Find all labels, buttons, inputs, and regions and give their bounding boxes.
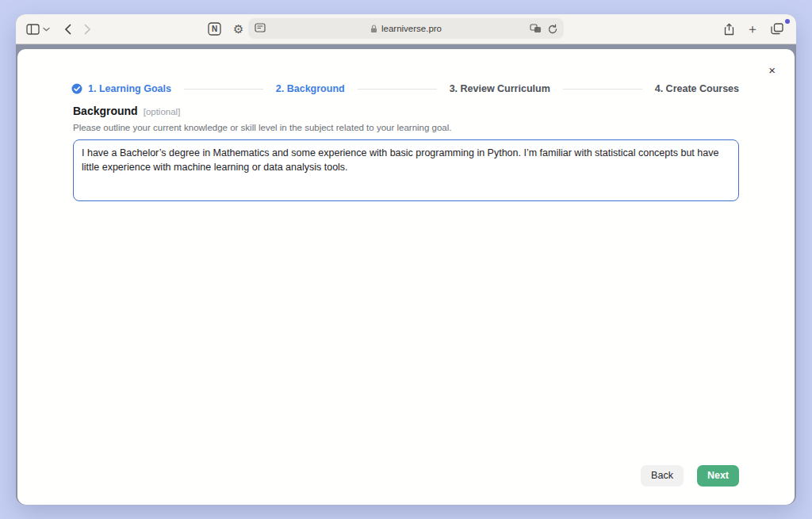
step-background[interactable]: 2. Background <box>276 83 345 94</box>
stepper-connector <box>184 89 263 90</box>
form-title: Background <box>73 105 138 117</box>
next-button[interactable]: Next <box>697 465 739 487</box>
profile-indicator-dot <box>785 19 790 24</box>
step-complete-check-icon <box>71 83 82 94</box>
tabs-overview-icon[interactable] <box>771 23 783 35</box>
svg-text:N: N <box>212 25 217 33</box>
address-bar[interactable]: learniverse.pro <box>248 18 564 39</box>
reload-icon[interactable] <box>548 24 557 34</box>
gear-icon[interactable]: ⚙ <box>233 23 243 35</box>
browser-window: N ⚙ <box>16 14 796 505</box>
reader-icon[interactable] <box>255 23 266 32</box>
close-icon[interactable]: × <box>768 64 776 76</box>
optional-tag: [optional] <box>144 107 181 116</box>
background-textarea[interactable] <box>73 139 739 201</box>
step-review-curriculum[interactable]: 3. Review Curriculum <box>450 83 550 94</box>
background-form: Background [optional] Please outline you… <box>73 105 739 204</box>
step-label: 3. Review Curriculum <box>450 83 550 94</box>
share-icon[interactable] <box>724 23 734 36</box>
back-icon[interactable] <box>64 24 71 35</box>
notion-extension-icon[interactable]: N <box>208 22 221 36</box>
stepper-connector <box>563 89 642 90</box>
step-label: 2. Background <box>276 83 345 94</box>
translate-icon[interactable] <box>530 24 542 33</box>
sidebar-icon[interactable] <box>26 24 40 35</box>
wizard-page: × 1. Learning Goals 2. Background <box>17 49 795 505</box>
lock-icon <box>370 25 377 33</box>
browser-toolbar: N ⚙ <box>16 14 796 44</box>
wizard-stepper: 1. Learning Goals 2. Background 3. Revie… <box>71 82 739 95</box>
new-tab-icon[interactable]: ＋ <box>746 23 759 36</box>
stepper-connector <box>358 89 437 90</box>
back-button[interactable]: Back <box>641 465 684 487</box>
desktop: N ⚙ <box>0 0 812 519</box>
wizard-footer-actions: Back Next <box>641 465 739 487</box>
forward-icon[interactable] <box>84 24 91 35</box>
step-label: 1. Learning Goals <box>88 83 171 94</box>
chevron-down-icon[interactable] <box>43 27 50 32</box>
step-create-courses[interactable]: 4. Create Courses <box>655 83 739 94</box>
step-learning-goals[interactable]: 1. Learning Goals <box>71 83 171 94</box>
url-text: learniverse.pro <box>381 24 442 33</box>
form-description: Please outline your current knowledge or… <box>73 123 739 132</box>
step-label: 4. Create Courses <box>655 83 739 94</box>
